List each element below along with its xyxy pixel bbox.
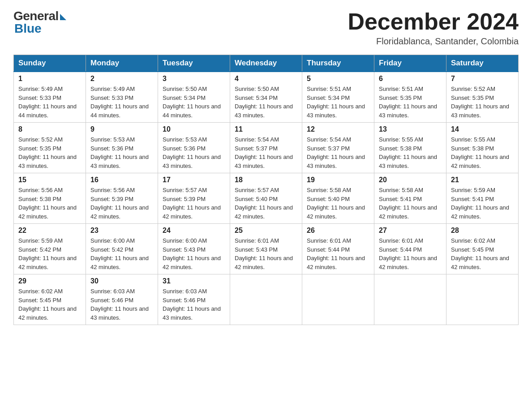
day-number: 26 (307, 227, 369, 235)
col-thursday: Thursday (302, 55, 374, 72)
table-row: 15 Sunrise: 5:56 AMSunset: 5:38 PMDaylig… (14, 173, 86, 224)
day-info: Sunrise: 5:56 AMSunset: 5:38 PMDaylight:… (18, 187, 77, 220)
day-number: 15 (18, 176, 81, 184)
day-info: Sunrise: 6:00 AMSunset: 5:43 PMDaylight:… (163, 237, 221, 270)
page-header: General Blue December 2024 Floridablanca… (13, 9, 519, 47)
day-number: 10 (163, 125, 225, 133)
day-info: Sunrise: 5:53 AMSunset: 5:36 PMDaylight:… (90, 136, 149, 169)
table-row (302, 274, 374, 325)
day-number: 18 (235, 176, 297, 184)
table-row: 23 Sunrise: 6:00 AMSunset: 5:42 PMDaylig… (86, 224, 158, 274)
day-number: 23 (90, 227, 153, 235)
day-info: Sunrise: 6:02 AMSunset: 5:45 PMDaylight:… (451, 237, 509, 270)
day-info: Sunrise: 6:02 AMSunset: 5:45 PMDaylight:… (18, 288, 77, 321)
table-row: 30 Sunrise: 6:03 AMSunset: 5:46 PMDaylig… (86, 274, 158, 325)
table-row: 3 Sunrise: 5:50 AMSunset: 5:34 PMDayligh… (158, 72, 230, 123)
table-row: 27 Sunrise: 6:01 AMSunset: 5:44 PMDaylig… (374, 224, 446, 274)
calendar-week-row: 22 Sunrise: 5:59 AMSunset: 5:42 PMDaylig… (14, 224, 519, 274)
day-number: 1 (18, 75, 81, 83)
logo-blue-text: Blue (13, 21, 42, 36)
day-number: 5 (307, 75, 369, 83)
day-number: 7 (451, 75, 514, 83)
day-number: 16 (90, 176, 153, 184)
day-info: Sunrise: 5:57 AMSunset: 5:39 PMDaylight:… (163, 187, 221, 220)
col-friday: Friday (374, 55, 446, 72)
table-row: 24 Sunrise: 6:00 AMSunset: 5:43 PMDaylig… (158, 224, 230, 274)
calendar-week-row: 1 Sunrise: 5:49 AMSunset: 5:33 PMDayligh… (14, 72, 519, 123)
day-info: Sunrise: 6:03 AMSunset: 5:46 PMDaylight:… (90, 288, 149, 321)
table-row: 2 Sunrise: 5:49 AMSunset: 5:33 PMDayligh… (86, 72, 158, 123)
col-tuesday: Tuesday (158, 55, 230, 72)
day-number: 13 (379, 125, 442, 133)
table-row: 26 Sunrise: 6:01 AMSunset: 5:44 PMDaylig… (302, 224, 374, 274)
day-info: Sunrise: 5:54 AMSunset: 5:37 PMDaylight:… (235, 136, 293, 169)
table-row (446, 274, 519, 325)
day-info: Sunrise: 5:51 AMSunset: 5:35 PMDaylight:… (379, 86, 437, 119)
table-row: 16 Sunrise: 5:56 AMSunset: 5:39 PMDaylig… (86, 173, 158, 224)
day-number: 22 (18, 227, 81, 235)
table-row: 29 Sunrise: 6:02 AMSunset: 5:45 PMDaylig… (14, 274, 86, 325)
day-info: Sunrise: 5:58 AMSunset: 5:41 PMDaylight:… (379, 187, 437, 220)
day-info: Sunrise: 6:01 AMSunset: 5:44 PMDaylight:… (379, 237, 437, 270)
col-sunday: Sunday (14, 55, 86, 72)
calendar-week-row: 29 Sunrise: 6:02 AMSunset: 5:45 PMDaylig… (14, 274, 519, 325)
table-row: 12 Sunrise: 5:54 AMSunset: 5:37 PMDaylig… (302, 123, 374, 173)
day-number: 2 (90, 75, 153, 83)
title-section: December 2024 Floridablanca, Santander, … (348, 9, 519, 47)
month-title: December 2024 (348, 9, 519, 34)
day-info: Sunrise: 5:50 AMSunset: 5:34 PMDaylight:… (235, 86, 293, 119)
table-row (374, 274, 446, 325)
day-number: 25 (235, 227, 297, 235)
location-subtitle: Floridablanca, Santander, Colombia (348, 36, 519, 47)
table-row: 5 Sunrise: 5:51 AMSunset: 5:34 PMDayligh… (302, 72, 374, 123)
calendar-header-row: Sunday Monday Tuesday Wednesday Thursday… (14, 55, 519, 72)
table-row: 22 Sunrise: 5:59 AMSunset: 5:42 PMDaylig… (14, 224, 86, 274)
logo: General Blue (13, 9, 66, 36)
day-info: Sunrise: 6:03 AMSunset: 5:46 PMDaylight:… (163, 288, 221, 321)
day-info: Sunrise: 5:50 AMSunset: 5:34 PMDaylight:… (163, 86, 221, 119)
day-info: Sunrise: 5:58 AMSunset: 5:40 PMDaylight:… (307, 187, 365, 220)
table-row: 18 Sunrise: 5:57 AMSunset: 5:40 PMDaylig… (230, 173, 302, 224)
table-row: 19 Sunrise: 5:58 AMSunset: 5:40 PMDaylig… (302, 173, 374, 224)
day-info: Sunrise: 5:56 AMSunset: 5:39 PMDaylight:… (90, 187, 149, 220)
day-number: 31 (163, 277, 225, 285)
calendar-week-row: 15 Sunrise: 5:56 AMSunset: 5:38 PMDaylig… (14, 173, 519, 224)
table-row: 4 Sunrise: 5:50 AMSunset: 5:34 PMDayligh… (230, 72, 302, 123)
calendar-table: Sunday Monday Tuesday Wednesday Thursday… (13, 55, 519, 325)
table-row (230, 274, 302, 325)
table-row: 21 Sunrise: 5:59 AMSunset: 5:41 PMDaylig… (446, 173, 519, 224)
calendar-week-row: 8 Sunrise: 5:52 AMSunset: 5:35 PMDayligh… (14, 123, 519, 173)
day-info: Sunrise: 5:52 AMSunset: 5:35 PMDaylight:… (451, 86, 509, 119)
table-row: 25 Sunrise: 6:01 AMSunset: 5:43 PMDaylig… (230, 224, 302, 274)
day-number: 11 (235, 125, 297, 133)
day-number: 20 (379, 176, 442, 184)
table-row: 7 Sunrise: 5:52 AMSunset: 5:35 PMDayligh… (446, 72, 519, 123)
day-number: 14 (451, 125, 514, 133)
table-row: 20 Sunrise: 5:58 AMSunset: 5:41 PMDaylig… (374, 173, 446, 224)
col-monday: Monday (86, 55, 158, 72)
day-number: 28 (451, 227, 514, 235)
day-info: Sunrise: 5:55 AMSunset: 5:38 PMDaylight:… (451, 136, 509, 169)
day-info: Sunrise: 6:01 AMSunset: 5:44 PMDaylight:… (307, 237, 365, 270)
table-row: 8 Sunrise: 5:52 AMSunset: 5:35 PMDayligh… (14, 123, 86, 173)
day-number: 27 (379, 227, 442, 235)
day-info: Sunrise: 6:01 AMSunset: 5:43 PMDaylight:… (235, 237, 293, 270)
table-row: 14 Sunrise: 5:55 AMSunset: 5:38 PMDaylig… (446, 123, 519, 173)
day-info: Sunrise: 5:49 AMSunset: 5:33 PMDaylight:… (90, 86, 149, 119)
table-row: 11 Sunrise: 5:54 AMSunset: 5:37 PMDaylig… (230, 123, 302, 173)
day-info: Sunrise: 5:51 AMSunset: 5:34 PMDaylight:… (307, 86, 365, 119)
table-row: 1 Sunrise: 5:49 AMSunset: 5:33 PMDayligh… (14, 72, 86, 123)
table-row: 9 Sunrise: 5:53 AMSunset: 5:36 PMDayligh… (86, 123, 158, 173)
day-info: Sunrise: 5:54 AMSunset: 5:37 PMDaylight:… (307, 136, 365, 169)
logo-triangle-icon (60, 14, 66, 20)
day-info: Sunrise: 5:57 AMSunset: 5:40 PMDaylight:… (235, 187, 293, 220)
day-number: 12 (307, 125, 369, 133)
table-row: 17 Sunrise: 5:57 AMSunset: 5:39 PMDaylig… (158, 173, 230, 224)
day-number: 6 (379, 75, 442, 83)
day-number: 21 (451, 176, 514, 184)
day-number: 9 (90, 125, 153, 133)
table-row: 28 Sunrise: 6:02 AMSunset: 5:45 PMDaylig… (446, 224, 519, 274)
day-number: 3 (163, 75, 225, 83)
day-info: Sunrise: 5:55 AMSunset: 5:38 PMDaylight:… (379, 136, 437, 169)
day-info: Sunrise: 5:59 AMSunset: 5:41 PMDaylight:… (451, 187, 509, 220)
